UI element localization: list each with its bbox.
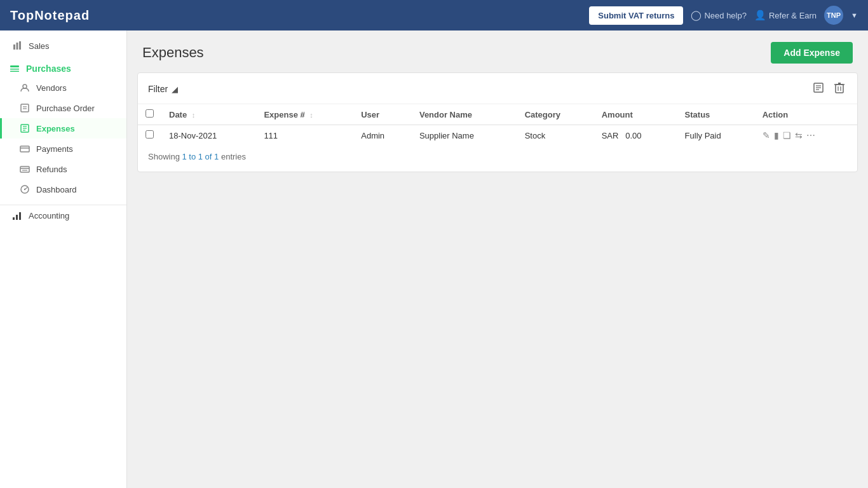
vat-button[interactable]: Submit VAT returns bbox=[589, 6, 683, 25]
expenses-table: Date ↕ Expense # ↕ User Vendor Name bbox=[138, 104, 857, 146]
svg-point-21 bbox=[24, 189, 25, 190]
vendors-icon bbox=[20, 83, 30, 93]
dropdown-chevron[interactable]: ▼ bbox=[851, 11, 858, 19]
sidebar-item-sales[interactable]: Sales bbox=[0, 36, 126, 56]
vendor-name-col-label: Vendor Name bbox=[419, 110, 472, 119]
sidebar: Sales Purchases bbox=[0, 30, 127, 488]
row-amount: SAR 0.00 bbox=[594, 125, 677, 146]
sidebar-item-payments[interactable]: Payments bbox=[0, 139, 126, 159]
accounting-icon bbox=[12, 210, 22, 220]
delete-button[interactable] bbox=[832, 81, 847, 97]
dashboard-icon bbox=[20, 184, 30, 194]
purchase-order-icon bbox=[20, 103, 30, 113]
copy-icon[interactable]: ❏ bbox=[783, 130, 791, 140]
app-name: TopNotepad bbox=[10, 8, 90, 22]
row-user[interactable]: Admin bbox=[353, 125, 412, 146]
svg-rect-14 bbox=[20, 146, 29, 152]
th-status: Status bbox=[677, 104, 755, 125]
refer-label: Refer & Earn bbox=[769, 11, 817, 20]
refer-icon: 👤 bbox=[754, 10, 766, 21]
sidebar-section-purchases[interactable]: Purchases bbox=[0, 56, 126, 78]
sidebar-item-vendors[interactable]: Vendors bbox=[0, 78, 126, 98]
sidebar-section-accounting: Accounting bbox=[0, 205, 126, 226]
help-label: Need help? bbox=[704, 11, 747, 20]
row-category: Stock bbox=[517, 125, 594, 146]
refunds-icon bbox=[20, 164, 30, 174]
row-status: Fully Paid bbox=[677, 125, 755, 146]
expenses-table-body: 18-Nov-2021 111 Admin Supplier Name Stoc… bbox=[138, 125, 857, 146]
add-expense-button[interactable]: Add Expense bbox=[771, 42, 853, 64]
convert-icon[interactable]: ⇆ bbox=[795, 130, 803, 140]
sidebar-item-expenses[interactable]: Expenses bbox=[0, 118, 126, 139]
svg-rect-7 bbox=[21, 104, 29, 112]
sidebar-item-purchase-order[interactable]: Purchase Order bbox=[0, 98, 126, 118]
sales-icon bbox=[12, 41, 22, 51]
row-expense-num[interactable]: 111 bbox=[256, 125, 353, 146]
payments-icon bbox=[20, 144, 30, 154]
svg-rect-5 bbox=[10, 71, 19, 72]
topnav-right: Submit VAT returns ◯ Need help? 👤 Refer … bbox=[589, 6, 858, 25]
purchases-subitems: Vendors Purchase Order bbox=[0, 78, 126, 200]
main-content: Expenses Add Expense Filter ◢ bbox=[127, 30, 868, 488]
showing-text: Showing 1 to 1 of 1 entries bbox=[138, 146, 857, 161]
table-row: 18-Nov-2021 111 Admin Supplier Name Stoc… bbox=[138, 125, 857, 146]
more-icon[interactable]: ⋯ bbox=[806, 130, 815, 140]
filter-bar: Filter ◢ bbox=[138, 73, 857, 104]
th-user: User bbox=[353, 104, 412, 125]
expenses-label: Expenses bbox=[36, 124, 75, 133]
user-col-label: User bbox=[361, 110, 379, 119]
expenses-table-card: Filter ◢ bbox=[137, 72, 858, 172]
trash-icon bbox=[834, 82, 844, 93]
accounting-label: Accounting bbox=[29, 211, 69, 220]
main-layout: Sales Purchases bbox=[0, 30, 868, 488]
sidebar-item-dashboard[interactable]: Dashboard bbox=[0, 179, 126, 200]
sidebar-item-refunds[interactable]: Refunds bbox=[0, 159, 126, 179]
top-nav: TopNotepad Submit VAT returns ◯ Need hel… bbox=[0, 0, 868, 30]
sales-label: Sales bbox=[29, 41, 50, 51]
avatar[interactable]: TNP bbox=[824, 6, 843, 25]
refer-link[interactable]: 👤 Refer & Earn bbox=[754, 10, 817, 21]
th-vendor-name: Vendor Name bbox=[412, 104, 517, 125]
th-amount: Amount bbox=[594, 104, 677, 125]
expense-num-col-label: Expense # bbox=[264, 110, 304, 119]
date-col-label: Date bbox=[169, 110, 187, 119]
row-action: ✎ ▮ ❏ ⇆ ⋯ bbox=[755, 125, 857, 146]
receipt-icon[interactable]: ▮ bbox=[774, 130, 779, 140]
th-expense-num[interactable]: Expense # ↕ bbox=[256, 104, 353, 125]
svg-rect-4 bbox=[10, 69, 19, 70]
filter-icon[interactable]: ◢ bbox=[172, 85, 178, 94]
action-col-label: Action bbox=[763, 110, 788, 119]
purchase-order-label: Purchase Order bbox=[36, 104, 95, 113]
row-checkbox-0[interactable] bbox=[146, 130, 154, 139]
category-col-label: Category bbox=[525, 110, 560, 119]
edit-icon[interactable]: ✎ bbox=[763, 130, 770, 140]
select-all-header bbox=[138, 104, 161, 125]
svg-rect-3 bbox=[10, 65, 19, 67]
sidebar-item-accounting[interactable]: Accounting bbox=[0, 205, 126, 226]
svg-rect-2 bbox=[19, 41, 21, 50]
table-header-row: Date ↕ Expense # ↕ User Vendor Name bbox=[138, 104, 857, 125]
app-logo[interactable]: TopNotepad bbox=[10, 8, 90, 23]
row-date: 18-Nov-2021 bbox=[161, 125, 256, 146]
payments-label: Payments bbox=[36, 144, 73, 154]
status-col-label: Status bbox=[685, 110, 710, 119]
svg-rect-0 bbox=[13, 44, 15, 50]
refunds-label: Refunds bbox=[36, 165, 67, 174]
export-csv-icon bbox=[813, 82, 824, 93]
filter-label-container: Filter ◢ bbox=[148, 84, 178, 94]
select-all-checkbox[interactable] bbox=[146, 109, 154, 118]
row-vendor-name[interactable]: Supplier Name bbox=[412, 125, 517, 146]
showing-range: 1 to 1 of 1 bbox=[182, 152, 219, 161]
help-icon: ◯ bbox=[691, 10, 702, 21]
help-link[interactable]: ◯ Need help? bbox=[691, 10, 747, 21]
export-csv-button[interactable] bbox=[810, 81, 827, 97]
vendors-label: Vendors bbox=[36, 83, 67, 93]
svg-rect-24 bbox=[19, 212, 21, 220]
date-sort-icon: ↕ bbox=[192, 111, 196, 119]
expenses-icon bbox=[20, 123, 30, 133]
th-date[interactable]: Date ↕ bbox=[161, 104, 256, 125]
row-checkbox-cell bbox=[138, 125, 161, 146]
th-action: Action bbox=[755, 104, 857, 125]
svg-rect-22 bbox=[13, 217, 15, 220]
page-header: Expenses Add Expense bbox=[127, 30, 868, 72]
